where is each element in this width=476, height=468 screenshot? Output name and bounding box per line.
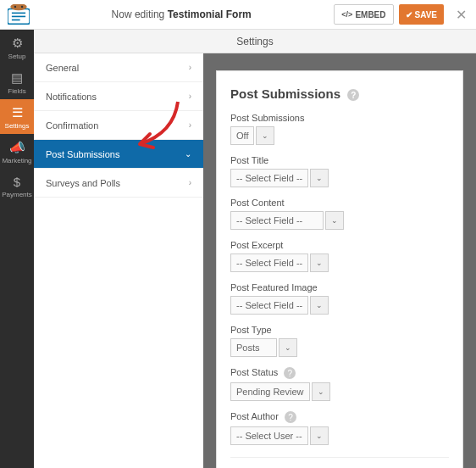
dropdown-button[interactable]: ⌄ bbox=[256, 126, 274, 145]
sideitem-general[interactable]: General › bbox=[34, 53, 203, 82]
list-icon: ▤ bbox=[0, 70, 34, 86]
chevron-right-icon: › bbox=[189, 178, 191, 187]
subheader: Settings bbox=[34, 30, 476, 53]
dropdown-button[interactable]: ⌄ bbox=[310, 296, 329, 315]
bullhorn-icon: 📣 bbox=[0, 140, 34, 155]
field-post-featured-image: Post Featured Image -- Select Field -- ⌄ bbox=[230, 282, 449, 315]
sideitem-confirmation[interactable]: Confirmation › bbox=[34, 111, 203, 140]
sideitem-notifications[interactable]: Notifications › bbox=[34, 82, 203, 111]
nav-marketing[interactable]: 📣 Marketing bbox=[0, 134, 34, 169]
chevron-down-icon: ⌄ bbox=[185, 149, 191, 159]
post-title-select[interactable]: -- Select Field -- bbox=[230, 169, 308, 187]
save-button[interactable]: ✔ SAVE bbox=[399, 4, 445, 25]
sliders-icon: ☰ bbox=[0, 105, 34, 120]
dollar-icon: $ bbox=[0, 175, 34, 189]
content: General › Notifications › Confirmation ›… bbox=[34, 53, 476, 468]
nav-payments[interactable]: $ Payments bbox=[0, 169, 34, 203]
topbar: Now editing Testimonial Form </> EMBED ✔… bbox=[0, 0, 476, 30]
dropdown-button[interactable]: ⌄ bbox=[310, 169, 329, 187]
dropdown-button[interactable]: ⌄ bbox=[310, 254, 329, 272]
field-post-status: Post Status ? Pending Review ⌄ bbox=[230, 367, 449, 401]
nav-fields[interactable]: ▤ Fields bbox=[0, 64, 34, 99]
dropdown-button[interactable]: ⌄ bbox=[310, 426, 329, 445]
check-icon: ✔ bbox=[406, 10, 412, 20]
settings-area: Post Submissions ? Post Submissions Off … bbox=[203, 53, 476, 468]
chevron-right-icon: › bbox=[189, 63, 191, 72]
post-status-select[interactable]: Pending Review bbox=[230, 382, 310, 401]
main: ⚙ Setup ▤ Fields ☰ Settings 📣 Marketing … bbox=[0, 30, 476, 468]
nav-setup[interactable]: ⚙ Setup bbox=[0, 30, 34, 64]
post-submissions-select[interactable]: Off bbox=[230, 126, 254, 145]
sideitem-post-submissions[interactable]: Post Submissions ⌄ bbox=[34, 140, 203, 169]
post-type-select[interactable]: Posts bbox=[230, 338, 277, 357]
sideitem-surveys-polls[interactable]: Surveys and Polls › bbox=[34, 169, 203, 198]
card-title: Post Submissions ? bbox=[230, 86, 449, 101]
left-nav: ⚙ Setup ▤ Fields ☰ Settings 📣 Marketing … bbox=[0, 30, 34, 468]
nav-settings[interactable]: ☰ Settings bbox=[0, 99, 34, 134]
help-icon[interactable]: ? bbox=[347, 89, 359, 101]
post-featured-image-select[interactable]: -- Select Field -- bbox=[230, 296, 308, 315]
help-icon[interactable]: ? bbox=[285, 411, 296, 423]
field-post-title: Post Title -- Select Field -- ⌄ bbox=[230, 155, 449, 187]
chevron-right-icon: › bbox=[189, 92, 191, 101]
post-submissions-card: Post Submissions ? Post Submissions Off … bbox=[216, 70, 463, 468]
field-post-excerpt: Post Excerpt -- Select Field -- ⌄ bbox=[230, 240, 449, 272]
dropdown-button[interactable]: ⌄ bbox=[279, 338, 297, 357]
settings-sidepanel: General › Notifications › Confirmation ›… bbox=[34, 53, 203, 468]
field-post-submissions: Post Submissions Off ⌄ bbox=[230, 113, 449, 145]
chevron-right-icon: › bbox=[189, 120, 191, 130]
post-excerpt-select[interactable]: -- Select Field -- bbox=[230, 254, 308, 272]
field-post-author: Post Author ? -- Select User -- ⌄ bbox=[230, 411, 449, 445]
close-button[interactable]: ✕ bbox=[452, 7, 469, 23]
post-content-select[interactable]: -- Select Field -- bbox=[230, 211, 324, 230]
field-post-type: Post Type Posts ⌄ bbox=[230, 325, 449, 357]
gear-icon: ⚙ bbox=[0, 36, 34, 51]
post-author-select[interactable]: -- Select User -- bbox=[230, 426, 308, 445]
embed-button[interactable]: </> EMBED bbox=[334, 4, 393, 25]
svg-point-5 bbox=[14, 6, 16, 8]
field-post-content: Post Content -- Select Field -- ⌄ bbox=[230, 198, 449, 230]
dropdown-button[interactable]: ⌄ bbox=[312, 382, 330, 401]
wpforms-logo bbox=[7, 3, 30, 25]
help-icon[interactable]: ? bbox=[284, 367, 296, 379]
code-icon: </> bbox=[341, 10, 352, 19]
editing-title: Now editing Testimonial Form bbox=[34, 8, 329, 20]
divider bbox=[230, 457, 449, 458]
dropdown-button[interactable]: ⌄ bbox=[325, 211, 344, 230]
editing-prefix: Now editing bbox=[112, 8, 165, 20]
form-name: Testimonial Form bbox=[168, 8, 252, 20]
svg-point-6 bbox=[21, 6, 23, 8]
